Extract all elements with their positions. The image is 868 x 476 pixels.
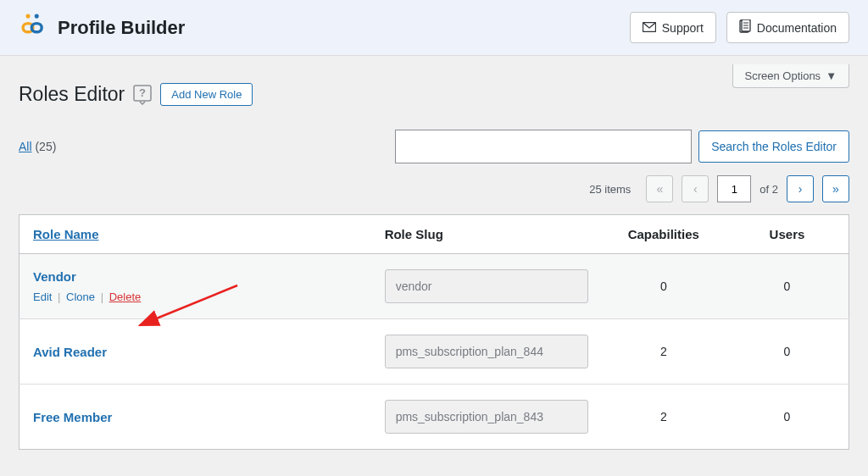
pagination: 25 items « ‹ of 2 › » <box>19 175 849 202</box>
capabilities-cell: 0 <box>602 254 726 319</box>
role-slug-field <box>385 400 588 434</box>
support-label: Support <box>662 21 704 35</box>
col-header-role-name[interactable]: Role Name <box>33 227 99 241</box>
screen-options-label: Screen Options <box>745 69 821 82</box>
pagination-total-label: of 2 <box>760 183 778 196</box>
documentation-button[interactable]: Documentation <box>726 12 849 43</box>
help-icon[interactable]: ? <box>133 85 152 105</box>
items-count: 25 items <box>589 183 631 196</box>
brand-title: Profile Builder <box>58 17 185 39</box>
header-buttons: Support Documentation <box>630 12 849 43</box>
role-name-link[interactable]: Free Member <box>33 410 112 424</box>
pagination-current-input[interactable] <box>717 175 751 202</box>
users-cell: 0 <box>726 319 849 385</box>
add-new-role-button[interactable]: Add New Role <box>160 83 253 106</box>
filter-all-count: (25) <box>35 140 56 153</box>
search-area: Search the Roles Editor <box>395 130 849 163</box>
documentation-label: Documentation <box>757 21 837 35</box>
col-header-role-slug: Role Slug <box>371 215 602 254</box>
page-title: Roles Editor <box>19 83 125 106</box>
app-container: Profile Builder Support Documentation Sc… <box>0 0 868 467</box>
role-name-link[interactable]: Avid Reader <box>33 345 107 359</box>
action-separator: | <box>55 291 63 303</box>
filter-all-link[interactable]: All <box>19 140 32 153</box>
content: Screen Options ▼ Roles Editor ? Add New … <box>0 56 868 467</box>
svg-text:?: ? <box>139 86 146 99</box>
support-button[interactable]: Support <box>630 12 716 43</box>
brand: Profile Builder <box>19 12 185 43</box>
role-slug-field <box>385 335 588 368</box>
search-button[interactable]: Search the Roles Editor <box>698 130 849 163</box>
pagination-first-button[interactable]: « <box>646 175 673 202</box>
capabilities-cell: 2 <box>602 385 726 450</box>
filter-row: All (25) Search the Roles Editor <box>19 130 849 163</box>
users-cell: 0 <box>726 254 849 319</box>
svg-point-0 <box>26 14 31 19</box>
clone-link[interactable]: Clone <box>66 291 95 303</box>
search-input[interactable] <box>395 130 692 163</box>
roles-table: Role Name Role Slug Capabilities Users V… <box>19 214 849 450</box>
chevron-down-icon: ▼ <box>826 69 837 82</box>
row-actions: Edit | Clone | Delete <box>33 291 358 303</box>
svg-point-1 <box>35 14 39 19</box>
filter-tabs: All (25) <box>19 140 56 153</box>
page-header: Roles Editor ? Add New Role <box>19 83 849 106</box>
pagination-prev-button[interactable]: ‹ <box>682 175 709 202</box>
role-slug-field <box>385 269 588 303</box>
capabilities-cell: 2 <box>602 319 726 385</box>
pagination-next-button[interactable]: › <box>787 175 814 202</box>
edit-link[interactable]: Edit <box>33 291 52 303</box>
table-row: Avid Reader 2 0 <box>19 319 849 385</box>
pagination-last-button[interactable]: » <box>822 175 849 202</box>
screen-options-button[interactable]: Screen Options ▼ <box>732 64 849 88</box>
brand-logo-icon <box>19 12 47 43</box>
table-row: Vendor Edit | Clone | Delete 0 0 <box>19 254 849 319</box>
envelope-icon <box>643 21 656 35</box>
delete-link[interactable]: Delete <box>109 291 142 303</box>
role-name-link[interactable]: Vendor <box>33 269 76 284</box>
header: Profile Builder Support Documentation <box>0 0 868 56</box>
roles-table-body: Vendor Edit | Clone | Delete 0 0 A <box>19 254 849 450</box>
action-separator: | <box>98 291 106 303</box>
users-cell: 0 <box>726 385 849 450</box>
col-header-users: Users <box>726 215 849 254</box>
col-header-capabilities: Capabilities <box>602 215 726 254</box>
table-row: Free Member 2 0 <box>19 385 849 450</box>
document-icon <box>739 19 751 36</box>
